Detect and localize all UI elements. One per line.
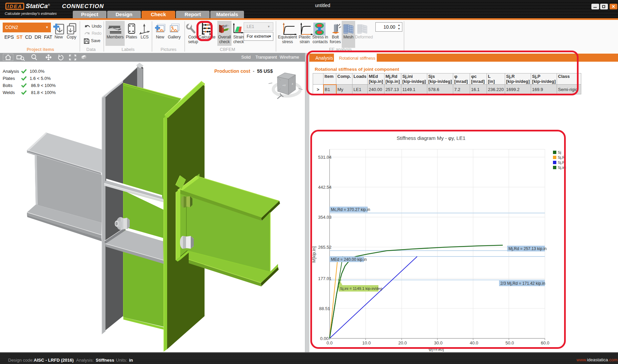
svg-text:z: z — [292, 82, 293, 85]
svg-text:+Y: +Y — [282, 84, 286, 87]
